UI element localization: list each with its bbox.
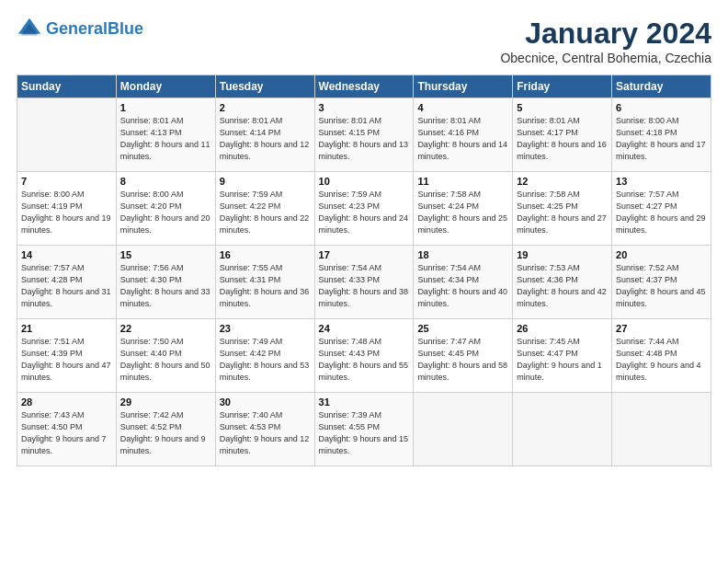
calendar-cell: 21Sunrise: 7:51 AMSunset: 4:39 PMDayligh… (17, 319, 117, 393)
calendar-cell: 5Sunrise: 8:01 AMSunset: 4:17 PMDaylight… (513, 98, 612, 172)
day-number: 15 (120, 249, 211, 260)
day-info: Sunrise: 8:01 AMSunset: 4:13 PMDaylight:… (120, 115, 211, 163)
day-info: Sunrise: 7:48 AMSunset: 4:43 PMDaylight:… (319, 336, 410, 384)
weekday-header: Friday (513, 75, 612, 98)
day-number: 10 (319, 176, 410, 187)
calendar-cell: 27Sunrise: 7:44 AMSunset: 4:48 PMDayligh… (612, 319, 711, 393)
day-number: 14 (21, 249, 112, 260)
calendar-cell: 15Sunrise: 7:56 AMSunset: 4:30 PMDayligh… (116, 246, 215, 319)
calendar-cell: 23Sunrise: 7:49 AMSunset: 4:42 PMDayligh… (215, 319, 314, 393)
calendar-cell (17, 98, 117, 172)
calendar-cell: 14Sunrise: 7:57 AMSunset: 4:28 PMDayligh… (17, 246, 117, 319)
day-number: 31 (319, 396, 410, 408)
day-info: Sunrise: 7:43 AMSunset: 4:50 PMDaylight:… (21, 409, 112, 457)
calendar-week-row: 28Sunrise: 7:43 AMSunset: 4:50 PMDayligh… (17, 393, 711, 466)
day-number: 3 (319, 102, 410, 113)
weekday-header: Tuesday (215, 75, 314, 98)
calendar-cell: 9Sunrise: 7:59 AMSunset: 4:22 PMDaylight… (215, 172, 314, 246)
day-number: 25 (417, 323, 508, 334)
day-info: Sunrise: 8:00 AMSunset: 4:18 PMDaylight:… (616, 115, 707, 163)
title-block: January 2024 Obecnice, Central Bohemia, … (500, 17, 711, 65)
logo-text: GeneralBlue (46, 20, 143, 39)
day-number: 29 (120, 396, 211, 408)
page-header: GeneralBlue January 2024 Obecnice, Centr… (17, 17, 711, 65)
logo-line2: Blue (108, 19, 143, 38)
day-number: 27 (616, 323, 707, 334)
calendar-cell (513, 393, 612, 466)
day-info: Sunrise: 7:57 AMSunset: 4:27 PMDaylight:… (616, 189, 707, 236)
weekday-header: Saturday (612, 75, 711, 98)
day-info: Sunrise: 7:50 AMSunset: 4:40 PMDaylight:… (120, 336, 211, 384)
calendar-cell: 18Sunrise: 7:54 AMSunset: 4:34 PMDayligh… (414, 246, 513, 319)
day-info: Sunrise: 7:58 AMSunset: 4:24 PMDaylight:… (417, 189, 508, 236)
day-number: 19 (517, 249, 608, 260)
calendar-cell: 29Sunrise: 7:42 AMSunset: 4:52 PMDayligh… (116, 393, 215, 466)
calendar-cell: 16Sunrise: 7:55 AMSunset: 4:31 PMDayligh… (215, 246, 314, 319)
day-info: Sunrise: 8:01 AMSunset: 4:17 PMDaylight:… (517, 115, 608, 163)
day-info: Sunrise: 7:39 AMSunset: 4:55 PMDaylight:… (319, 409, 410, 457)
calendar-cell: 2Sunrise: 8:01 AMSunset: 4:14 PMDaylight… (215, 98, 314, 172)
day-info: Sunrise: 7:49 AMSunset: 4:42 PMDaylight:… (220, 336, 311, 384)
calendar-cell: 11Sunrise: 7:58 AMSunset: 4:24 PMDayligh… (414, 172, 513, 246)
day-info: Sunrise: 7:53 AMSunset: 4:36 PMDaylight:… (517, 262, 608, 310)
day-info: Sunrise: 8:01 AMSunset: 4:15 PMDaylight:… (319, 115, 410, 163)
calendar-week-row: 7Sunrise: 8:00 AMSunset: 4:19 PMDaylight… (17, 172, 711, 246)
day-info: Sunrise: 7:59 AMSunset: 4:23 PMDaylight:… (319, 189, 410, 236)
day-number: 11 (417, 176, 508, 187)
calendar-cell: 1Sunrise: 8:01 AMSunset: 4:13 PMDaylight… (116, 98, 215, 172)
calendar-cell: 22Sunrise: 7:50 AMSunset: 4:40 PMDayligh… (116, 319, 215, 393)
day-info: Sunrise: 7:44 AMSunset: 4:48 PMDaylight:… (616, 336, 707, 384)
calendar-cell (612, 393, 711, 466)
day-number: 30 (220, 396, 311, 408)
day-number: 12 (517, 176, 608, 187)
day-info: Sunrise: 7:54 AMSunset: 4:33 PMDaylight:… (319, 262, 410, 310)
calendar-cell: 20Sunrise: 7:52 AMSunset: 4:37 PMDayligh… (612, 246, 711, 319)
calendar-cell: 19Sunrise: 7:53 AMSunset: 4:36 PMDayligh… (513, 246, 612, 319)
day-info: Sunrise: 7:40 AMSunset: 4:53 PMDaylight:… (220, 409, 311, 457)
day-number: 9 (220, 176, 311, 187)
day-info: Sunrise: 7:57 AMSunset: 4:28 PMDaylight:… (21, 262, 112, 310)
calendar-cell: 13Sunrise: 7:57 AMSunset: 4:27 PMDayligh… (612, 172, 711, 246)
day-number: 13 (616, 176, 707, 187)
calendar-cell (414, 393, 513, 466)
day-number: 24 (319, 323, 410, 334)
day-info: Sunrise: 7:52 AMSunset: 4:37 PMDaylight:… (616, 262, 707, 310)
calendar-cell: 30Sunrise: 7:40 AMSunset: 4:53 PMDayligh… (215, 393, 314, 466)
day-info: Sunrise: 8:00 AMSunset: 4:20 PMDaylight:… (120, 189, 211, 236)
day-info: Sunrise: 8:01 AMSunset: 4:16 PMDaylight:… (417, 115, 508, 163)
calendar-cell: 28Sunrise: 7:43 AMSunset: 4:50 PMDayligh… (17, 393, 117, 466)
calendar-cell: 12Sunrise: 7:58 AMSunset: 4:25 PMDayligh… (513, 172, 612, 246)
calendar-cell: 10Sunrise: 7:59 AMSunset: 4:23 PMDayligh… (314, 172, 414, 246)
calendar-cell: 3Sunrise: 8:01 AMSunset: 4:15 PMDaylight… (314, 98, 414, 172)
day-number: 26 (517, 323, 608, 334)
logo-line1: General (46, 19, 108, 38)
calendar-week-row: 21Sunrise: 7:51 AMSunset: 4:39 PMDayligh… (17, 319, 711, 393)
day-info: Sunrise: 7:58 AMSunset: 4:25 PMDaylight:… (517, 189, 608, 236)
day-number: 6 (616, 102, 707, 113)
day-number: 7 (21, 176, 112, 187)
calendar-cell: 17Sunrise: 7:54 AMSunset: 4:33 PMDayligh… (314, 246, 414, 319)
day-info: Sunrise: 7:55 AMSunset: 4:31 PMDaylight:… (220, 262, 311, 310)
day-info: Sunrise: 7:45 AMSunset: 4:47 PMDaylight:… (517, 336, 608, 384)
logo: GeneralBlue (17, 17, 143, 42)
day-number: 21 (21, 323, 112, 334)
day-number: 22 (120, 323, 211, 334)
day-number: 17 (319, 249, 410, 260)
day-number: 23 (220, 323, 311, 334)
calendar-table: SundayMondayTuesdayWednesdayThursdayFrid… (17, 75, 711, 466)
calendar-cell: 24Sunrise: 7:48 AMSunset: 4:43 PMDayligh… (314, 319, 414, 393)
day-info: Sunrise: 7:47 AMSunset: 4:45 PMDaylight:… (417, 336, 508, 384)
day-info: Sunrise: 7:54 AMSunset: 4:34 PMDaylight:… (417, 262, 508, 310)
weekday-header: Monday (116, 75, 215, 98)
calendar-cell: 25Sunrise: 7:47 AMSunset: 4:45 PMDayligh… (414, 319, 513, 393)
weekday-header: Thursday (414, 75, 513, 98)
page-container: GeneralBlue January 2024 Obecnice, Centr… (0, 0, 728, 476)
day-number: 8 (120, 176, 211, 187)
calendar-cell: 8Sunrise: 8:00 AMSunset: 4:20 PMDaylight… (116, 172, 215, 246)
calendar-cell: 31Sunrise: 7:39 AMSunset: 4:55 PMDayligh… (314, 393, 414, 466)
day-number: 28 (21, 396, 112, 408)
calendar-header-row: SundayMondayTuesdayWednesdayThursdayFrid… (17, 75, 711, 98)
day-number: 4 (417, 102, 508, 113)
month-title: January 2024 (500, 17, 711, 51)
weekday-header: Wednesday (314, 75, 414, 98)
